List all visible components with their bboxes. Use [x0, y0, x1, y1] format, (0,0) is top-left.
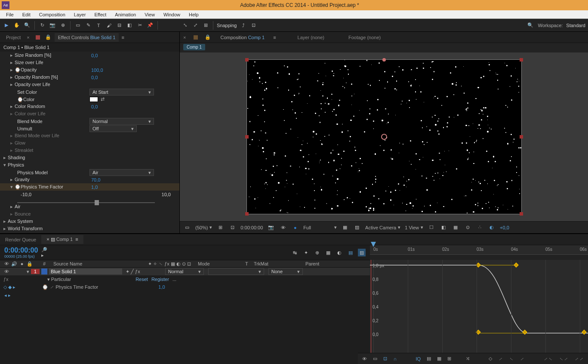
property-row[interactable]: ▸Bounce — [0, 210, 179, 218]
workspace-value[interactable]: Standard — [566, 23, 585, 28]
property-row[interactable]: ▸World Transform — [0, 225, 179, 232]
register-link[interactable]: Register — [151, 277, 169, 282]
ge-icon[interactable]: ⟍ — [509, 356, 514, 361]
roi-icon[interactable]: ⊡ — [228, 224, 236, 231]
ge-icon[interactable]: ⟋ — [498, 356, 503, 361]
opt2-icon[interactable]: ◧ — [440, 224, 447, 231]
rect-tool-icon[interactable]: ▭ — [74, 22, 82, 29]
property-row[interactable]: ▸Size over Life — [0, 59, 179, 66]
tab-project[interactable]: Project — [3, 33, 24, 42]
reset-link[interactable]: Reset — [135, 277, 148, 282]
ge-icon[interactable]: ⟋⟋ — [574, 356, 584, 361]
zoom-dropdown[interactable]: (50%) ▾ — [195, 225, 212, 230]
property-row[interactable]: ▸Glow — [0, 139, 179, 147]
tl-opt-icon[interactable]: ↹ — [291, 249, 299, 256]
menu-layer[interactable]: Layer — [70, 12, 90, 17]
mode-dropdown[interactable]: Normal — [165, 268, 204, 275]
graph-editor[interactable]: 1,0 px0,80,60,40,20,0 — [370, 260, 588, 353]
panel-menu-icon[interactable]: ≡ — [273, 35, 276, 40]
menu-help[interactable]: Help — [185, 12, 203, 17]
ge-icon[interactable]: IQ — [416, 356, 421, 361]
transform-handle[interactable] — [245, 212, 249, 216]
rotate-tool-icon[interactable]: ↻ — [38, 22, 46, 29]
property-row[interactable]: ▸⌚Opacity100,0 — [0, 66, 179, 74]
solo-icon[interactable]: ● — [19, 261, 25, 267]
property-row[interactable]: ▸Visibility — [0, 232, 179, 233]
anchor-tool-icon[interactable]: ⊕ — [59, 22, 67, 29]
layer-color[interactable] — [41, 268, 47, 275]
property-row[interactable]: ⌚Color ⇄ — [0, 96, 179, 103]
puppet-tool-icon[interactable]: 📌 — [146, 22, 154, 29]
camera-tool-icon[interactable]: 📷 — [49, 22, 56, 29]
property-row[interactable]: ◇ ◆ ▸ ⌚ ⟋ Physics Time Factor 1,0 — [0, 283, 370, 291]
show-snapshot-icon[interactable]: 👁 — [279, 224, 287, 231]
time-ruler[interactable]: 0s01s02s03s04s05s06s — [370, 245, 588, 255]
tab-layer[interactable]: Layer (none) — [295, 33, 327, 42]
roto-tool-icon[interactable]: ✂ — [136, 22, 144, 29]
property-row[interactable]: ▸Color over Life — [0, 110, 179, 117]
opt3-icon[interactable]: ▦ — [452, 224, 459, 231]
ge-icon[interactable]: ◇ — [489, 356, 492, 361]
hand-tool-icon[interactable]: ✋ — [13, 22, 21, 29]
search-icon[interactable]: 🔎▸ — [41, 249, 49, 256]
property-slider[interactable] — [17, 202, 155, 203]
close-icon[interactable]: × — [183, 35, 186, 40]
property-row[interactable]: Set ColorAt Start — [0, 88, 179, 96]
snapping-label[interactable]: Snapping — [217, 23, 237, 28]
selection-tool-icon[interactable]: ▶ — [3, 22, 10, 29]
rotation-handle[interactable] — [382, 58, 386, 62]
close-icon[interactable]: × — [27, 35, 29, 40]
opt4-icon[interactable]: ⊙ — [464, 224, 471, 231]
snapshot-icon[interactable]: 📷 — [267, 224, 275, 231]
ge-icon[interactable]: ▦ — [437, 356, 441, 361]
tl-opt-icon[interactable]: ◐ — [336, 249, 343, 256]
current-timecode[interactable]: 0:00:00:00 — [4, 247, 38, 254]
tab-composition[interactable]: Composition Comp 1 — [218, 33, 267, 42]
property-row[interactable]: ▾Physics — [0, 161, 179, 169]
opt5-icon[interactable]: ∴ — [476, 224, 483, 231]
ge-icon[interactable]: ⊞ — [447, 356, 451, 361]
speaker-icon[interactable]: 🔊 — [11, 261, 17, 267]
nav-arrows[interactable]: ◂ ▸ — [0, 291, 370, 300]
tl-opt-icon[interactable]: ▤ — [347, 249, 354, 256]
current-time[interactable]: 0:00:00:00 — [240, 225, 263, 230]
lock-icon[interactable]: 🔒 — [44, 34, 52, 41]
property-value[interactable]: 1,0 — [158, 284, 165, 290]
tab-footage[interactable]: Footage (none) — [346, 33, 383, 42]
trkmat-dropdown[interactable] — [208, 268, 264, 275]
tl-opt-icon[interactable]: ⊕ — [313, 249, 321, 256]
zoom-tool-icon[interactable]: 🔍 — [23, 22, 31, 29]
transform-handle[interactable] — [245, 58, 249, 62]
tl-opt-icon[interactable]: ▦ — [324, 249, 332, 256]
clone-tool-icon[interactable]: ⊟ — [115, 22, 123, 29]
menu-edit[interactable]: Edit — [18, 12, 35, 17]
camera-dropdown[interactable]: Active Camera ▾ — [365, 225, 400, 230]
menu-composition[interactable]: Composition — [35, 12, 70, 17]
effect-row[interactable]: ƒx ▾ Particular ResetRegister... — [0, 275, 370, 283]
transform-handle[interactable] — [520, 212, 523, 216]
mask-icon[interactable]: ▨ — [353, 224, 361, 231]
menu-window[interactable]: Window — [159, 12, 185, 17]
layer-name[interactable]: Blue Solid 1 — [49, 268, 122, 275]
ge-icon[interactable]: ⤭ — [466, 356, 470, 361]
exposure-value[interactable]: +0,0 — [500, 225, 509, 230]
ge-icon[interactable]: ⟍⟋ — [559, 356, 568, 361]
resolution-icon[interactable]: ⊞ — [216, 224, 224, 231]
property-row[interactable]: Blend ModeNormal — [0, 117, 179, 125]
composition-viewer[interactable] — [180, 52, 588, 221]
grid-icon[interactable]: ▦ — [341, 224, 349, 231]
ge-icon[interactable]: ⟋ — [520, 356, 524, 361]
property-row[interactable]: ▸Opacity Random [%]0,0 — [0, 74, 179, 81]
tab-effect-controls[interactable]: Effect Controls Blue Solid 1 — [55, 33, 119, 42]
ge-icon[interactable]: ⟋⟍ — [543, 356, 553, 361]
channel-icon[interactable]: ● — [291, 224, 299, 231]
graph-editor-icon[interactable]: ▨ — [358, 249, 366, 256]
axis-x-icon[interactable]: ⤡ — [181, 22, 189, 29]
layer-row[interactable]: 👁 ▾ 1 Blue Solid 1 ✦ ╱ ƒx Normal None — [0, 268, 370, 275]
tl-opt-icon[interactable]: ✦ — [302, 249, 310, 256]
eye-icon[interactable]: 👁 — [3, 269, 9, 274]
eraser-tool-icon[interactable]: ◧ — [126, 22, 133, 29]
panel-menu-icon[interactable]: ≡ — [121, 35, 124, 40]
text-tool-icon[interactable]: T — [95, 22, 102, 29]
anchor-point-icon[interactable] — [381, 134, 387, 140]
